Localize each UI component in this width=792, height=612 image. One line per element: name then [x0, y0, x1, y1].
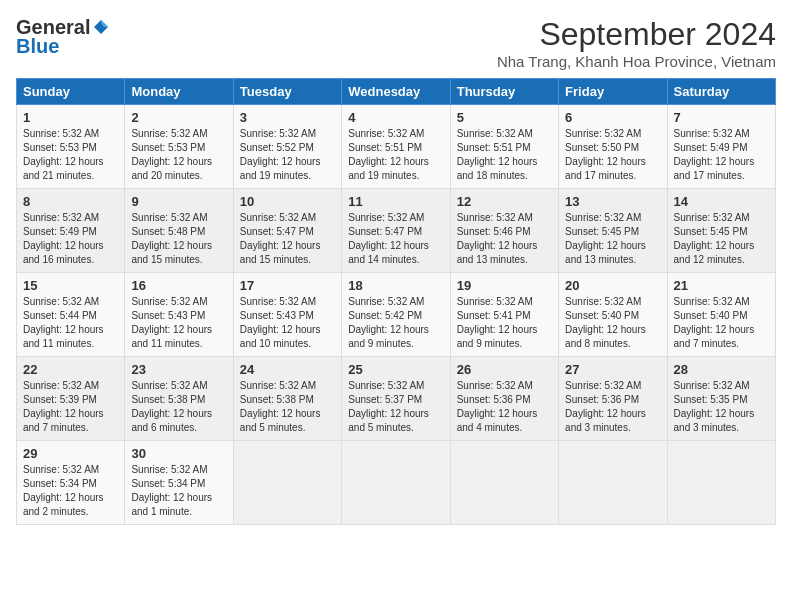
day-info: Sunrise: 5:32 AM Sunset: 5:36 PM Dayligh… [457, 379, 552, 435]
sunrise-label: Sunrise: 5:32 AM [240, 212, 316, 223]
day-info: Sunrise: 5:32 AM Sunset: 5:34 PM Dayligh… [23, 463, 118, 519]
day-cell-22: 22 Sunrise: 5:32 AM Sunset: 5:39 PM Dayl… [17, 357, 125, 441]
day-info: Sunrise: 5:32 AM Sunset: 5:47 PM Dayligh… [348, 211, 443, 267]
sunrise-label: Sunrise: 5:32 AM [348, 212, 424, 223]
daylight-label: Daylight: 12 hours and 15 minutes. [131, 240, 212, 265]
day-cell-23: 23 Sunrise: 5:32 AM Sunset: 5:38 PM Dayl… [125, 357, 233, 441]
day-cell-8: 8 Sunrise: 5:32 AM Sunset: 5:49 PM Dayli… [17, 189, 125, 273]
sunrise-label: Sunrise: 5:32 AM [240, 380, 316, 391]
day-number: 13 [565, 194, 660, 209]
sunset-label: Sunset: 5:40 PM [565, 310, 639, 321]
day-info: Sunrise: 5:32 AM Sunset: 5:46 PM Dayligh… [457, 211, 552, 267]
daylight-label: Daylight: 12 hours and 19 minutes. [348, 156, 429, 181]
day-info: Sunrise: 5:32 AM Sunset: 5:48 PM Dayligh… [131, 211, 226, 267]
sunset-label: Sunset: 5:37 PM [348, 394, 422, 405]
sunset-label: Sunset: 5:41 PM [457, 310, 531, 321]
daylight-label: Daylight: 12 hours and 9 minutes. [348, 324, 429, 349]
sunrise-label: Sunrise: 5:32 AM [565, 212, 641, 223]
sunrise-label: Sunrise: 5:32 AM [457, 212, 533, 223]
sunset-label: Sunset: 5:49 PM [674, 142, 748, 153]
daylight-label: Daylight: 12 hours and 11 minutes. [131, 324, 212, 349]
day-number: 17 [240, 278, 335, 293]
daylight-label: Daylight: 12 hours and 6 minutes. [131, 408, 212, 433]
day-info: Sunrise: 5:32 AM Sunset: 5:53 PM Dayligh… [131, 127, 226, 183]
day-cell-28: 28 Sunrise: 5:32 AM Sunset: 5:35 PM Dayl… [667, 357, 775, 441]
day-cell-16: 16 Sunrise: 5:32 AM Sunset: 5:43 PM Dayl… [125, 273, 233, 357]
day-info: Sunrise: 5:32 AM Sunset: 5:45 PM Dayligh… [565, 211, 660, 267]
day-cell-14: 14 Sunrise: 5:32 AM Sunset: 5:45 PM Dayl… [667, 189, 775, 273]
sunset-label: Sunset: 5:40 PM [674, 310, 748, 321]
header: General Blue September 2024 Nha Trang, K… [16, 16, 776, 70]
sunset-label: Sunset: 5:51 PM [457, 142, 531, 153]
sunrise-label: Sunrise: 5:32 AM [23, 212, 99, 223]
day-info: Sunrise: 5:32 AM Sunset: 5:41 PM Dayligh… [457, 295, 552, 351]
sunrise-label: Sunrise: 5:32 AM [131, 128, 207, 139]
calendar-row-2: 8 Sunrise: 5:32 AM Sunset: 5:49 PM Dayli… [17, 189, 776, 273]
sunrise-label: Sunrise: 5:32 AM [565, 128, 641, 139]
day-cell-20: 20 Sunrise: 5:32 AM Sunset: 5:40 PM Dayl… [559, 273, 667, 357]
sunset-label: Sunset: 5:42 PM [348, 310, 422, 321]
day-info: Sunrise: 5:32 AM Sunset: 5:49 PM Dayligh… [23, 211, 118, 267]
day-number: 25 [348, 362, 443, 377]
day-info: Sunrise: 5:32 AM Sunset: 5:45 PM Dayligh… [674, 211, 769, 267]
day-number: 24 [240, 362, 335, 377]
sunset-label: Sunset: 5:53 PM [23, 142, 97, 153]
sunset-label: Sunset: 5:38 PM [240, 394, 314, 405]
day-number: 8 [23, 194, 118, 209]
daylight-label: Daylight: 12 hours and 5 minutes. [240, 408, 321, 433]
day-cell-27: 27 Sunrise: 5:32 AM Sunset: 5:36 PM Dayl… [559, 357, 667, 441]
sunrise-label: Sunrise: 5:32 AM [240, 296, 316, 307]
daylight-label: Daylight: 12 hours and 20 minutes. [131, 156, 212, 181]
sunset-label: Sunset: 5:43 PM [240, 310, 314, 321]
day-info: Sunrise: 5:32 AM Sunset: 5:47 PM Dayligh… [240, 211, 335, 267]
daylight-label: Daylight: 12 hours and 16 minutes. [23, 240, 104, 265]
sunrise-label: Sunrise: 5:32 AM [131, 464, 207, 475]
empty-cell [559, 441, 667, 525]
sunrise-label: Sunrise: 5:32 AM [674, 296, 750, 307]
day-number: 7 [674, 110, 769, 125]
day-info: Sunrise: 5:32 AM Sunset: 5:34 PM Dayligh… [131, 463, 226, 519]
daylight-label: Daylight: 12 hours and 14 minutes. [348, 240, 429, 265]
day-number: 15 [23, 278, 118, 293]
sunset-label: Sunset: 5:52 PM [240, 142, 314, 153]
daylight-label: Daylight: 12 hours and 9 minutes. [457, 324, 538, 349]
sunrise-label: Sunrise: 5:32 AM [131, 212, 207, 223]
day-number: 5 [457, 110, 552, 125]
sunrise-label: Sunrise: 5:32 AM [23, 128, 99, 139]
location-title: Nha Trang, Khanh Hoa Province, Vietnam [497, 53, 776, 70]
day-cell-30: 30 Sunrise: 5:32 AM Sunset: 5:34 PM Dayl… [125, 441, 233, 525]
day-number: 11 [348, 194, 443, 209]
day-number: 29 [23, 446, 118, 461]
day-info: Sunrise: 5:32 AM Sunset: 5:36 PM Dayligh… [565, 379, 660, 435]
day-cell-1: 1 Sunrise: 5:32 AM Sunset: 5:53 PM Dayli… [17, 105, 125, 189]
day-number: 4 [348, 110, 443, 125]
logo-icon [92, 18, 110, 36]
day-info: Sunrise: 5:32 AM Sunset: 5:39 PM Dayligh… [23, 379, 118, 435]
day-number: 9 [131, 194, 226, 209]
day-cell-15: 15 Sunrise: 5:32 AM Sunset: 5:44 PM Dayl… [17, 273, 125, 357]
day-info: Sunrise: 5:32 AM Sunset: 5:50 PM Dayligh… [565, 127, 660, 183]
daylight-label: Daylight: 12 hours and 13 minutes. [457, 240, 538, 265]
daylight-label: Daylight: 12 hours and 4 minutes. [457, 408, 538, 433]
sunset-label: Sunset: 5:48 PM [131, 226, 205, 237]
sunrise-label: Sunrise: 5:32 AM [674, 212, 750, 223]
day-cell-17: 17 Sunrise: 5:32 AM Sunset: 5:43 PM Dayl… [233, 273, 341, 357]
daylight-label: Daylight: 12 hours and 7 minutes. [23, 408, 104, 433]
day-number: 6 [565, 110, 660, 125]
sunrise-label: Sunrise: 5:32 AM [23, 296, 99, 307]
logo: General Blue [16, 16, 110, 58]
header-sunday: Sunday [17, 79, 125, 105]
sunset-label: Sunset: 5:35 PM [674, 394, 748, 405]
daylight-label: Daylight: 12 hours and 11 minutes. [23, 324, 104, 349]
day-info: Sunrise: 5:32 AM Sunset: 5:40 PM Dayligh… [565, 295, 660, 351]
day-cell-25: 25 Sunrise: 5:32 AM Sunset: 5:37 PM Dayl… [342, 357, 450, 441]
day-info: Sunrise: 5:32 AM Sunset: 5:53 PM Dayligh… [23, 127, 118, 183]
day-cell-13: 13 Sunrise: 5:32 AM Sunset: 5:45 PM Dayl… [559, 189, 667, 273]
day-info: Sunrise: 5:32 AM Sunset: 5:43 PM Dayligh… [131, 295, 226, 351]
calendar-row-3: 15 Sunrise: 5:32 AM Sunset: 5:44 PM Dayl… [17, 273, 776, 357]
sunrise-label: Sunrise: 5:32 AM [131, 296, 207, 307]
calendar-row-1: 1 Sunrise: 5:32 AM Sunset: 5:53 PM Dayli… [17, 105, 776, 189]
day-cell-10: 10 Sunrise: 5:32 AM Sunset: 5:47 PM Dayl… [233, 189, 341, 273]
day-info: Sunrise: 5:32 AM Sunset: 5:49 PM Dayligh… [674, 127, 769, 183]
sunrise-label: Sunrise: 5:32 AM [457, 380, 533, 391]
